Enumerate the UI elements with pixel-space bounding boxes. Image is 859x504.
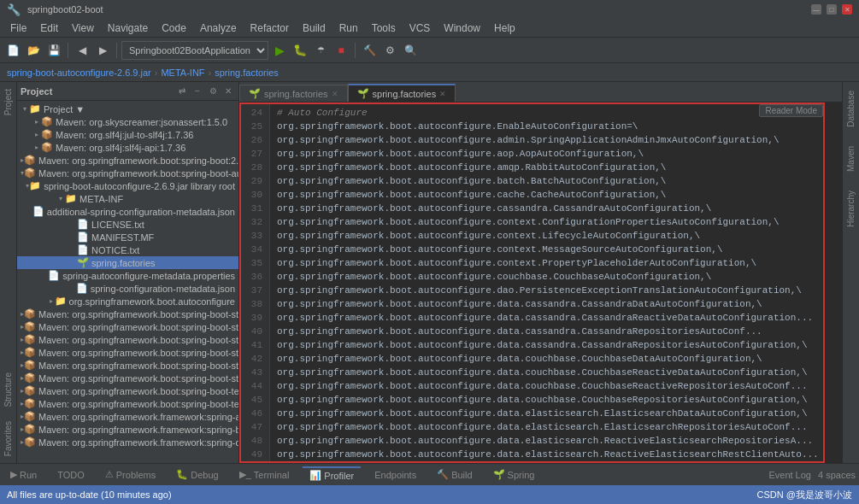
debug-btn[interactable]: 🐛 xyxy=(291,41,309,60)
bottom-profiler-tab[interactable]: 📊 Profiler xyxy=(303,466,361,483)
menu-vcs[interactable]: VCS xyxy=(403,21,438,36)
tree-item[interactable]: 📄 spring-configuration-metadata.json xyxy=(17,282,238,295)
menu-edit[interactable]: Edit xyxy=(33,21,65,36)
run-btn[interactable]: ▶ xyxy=(270,41,289,60)
tree-item[interactable]: ▸ 📦 Maven: org.springframework.boot:spri… xyxy=(17,308,238,320)
editor-tab-1[interactable]: 🌱 spring.factories ✕ xyxy=(239,85,348,102)
tree-item[interactable]: ▸ 📦 Maven: org.springframework.boot:spri… xyxy=(17,320,238,333)
tree-item[interactable]: ▸ 📦 Maven: org.springframework.boot:spri… xyxy=(17,384,238,397)
new-file-btn[interactable]: 📄 xyxy=(3,41,22,60)
tree-item[interactable]: ▾ 📁 spring-boot-autoconfigure-2.6.9.jar … xyxy=(17,179,238,192)
menu-analyze[interactable]: Analyze xyxy=(193,21,244,36)
menu-run[interactable]: Run xyxy=(332,21,365,36)
bottom-build-tab[interactable]: 🔨 Build xyxy=(430,467,479,482)
tab1-close[interactable]: ✕ xyxy=(332,90,338,98)
build-btn[interactable]: 🔨 xyxy=(360,41,379,60)
close-button[interactable]: ✕ xyxy=(842,4,852,15)
menu-navigate[interactable]: Navigate xyxy=(101,21,155,36)
panel-collapse-btn[interactable]: − xyxy=(191,85,204,98)
left-tab-favorites[interactable]: Favorites xyxy=(2,414,15,463)
bottom-todo-tab[interactable]: TODO xyxy=(50,468,91,482)
tree-icon: 📦 xyxy=(24,167,36,179)
bottom-run-tab[interactable]: ▶ Run xyxy=(3,467,44,482)
code-area[interactable]: # Auto Configureorg.springframework.boot… xyxy=(270,103,842,463)
fwd-btn[interactable]: ▶ xyxy=(93,41,112,60)
tree-item[interactable]: 📄 MANIFEST.MF xyxy=(17,231,238,243)
editor-tab-2[interactable]: 🌱 spring.factories ✕ xyxy=(348,84,456,102)
tree-item[interactable]: 📄 LICENSE.txt xyxy=(17,218,238,231)
breadcrumb-meta-inf[interactable]: META-INF xyxy=(161,67,204,78)
tree-item[interactable]: ▸ 📦 Maven: org.springframework.framework… xyxy=(17,423,238,436)
panel-header: Project ⇄ − ⚙ ✕ xyxy=(17,82,238,101)
save-btn[interactable]: 💾 xyxy=(44,41,63,60)
maximize-button[interactable]: □ xyxy=(827,4,837,15)
run-config-combo[interactable]: Springboot02BootApplication xyxy=(121,41,268,60)
stop-btn[interactable]: ■ xyxy=(332,41,350,60)
tree-item[interactable]: 📄 NOTICE.txt xyxy=(17,243,238,256)
bottom-problems-tab[interactable]: ⚠ Problems xyxy=(98,467,162,482)
breadcrumb-file[interactable]: spring.factories xyxy=(215,67,279,78)
line-number: 37 xyxy=(239,284,266,297)
open-btn[interactable]: 📂 xyxy=(24,41,43,60)
left-tab-project[interactable]: Project xyxy=(2,82,15,122)
tree-item[interactable]: ▸ 📦 Maven: org.springframework.boot:spri… xyxy=(17,346,238,359)
line-number: 27 xyxy=(239,147,266,161)
right-tab-maven[interactable]: Maven xyxy=(844,141,857,177)
tree-item[interactable]: 🌱 spring.factories xyxy=(17,256,238,269)
menu-code[interactable]: Code xyxy=(155,21,193,36)
menu-build[interactable]: Build xyxy=(296,21,332,36)
tree-item[interactable]: ▸ 📦 Maven: org.springframework.boot:spri… xyxy=(17,333,238,346)
menu-tools[interactable]: Tools xyxy=(365,21,403,36)
tree-icon: 📦 xyxy=(41,129,53,140)
coverage-btn[interactable]: ☂ xyxy=(311,41,330,60)
tree-item[interactable]: ▸ 📦 Maven: org.slf4j:slf4j-api:1.7.36 xyxy=(17,141,238,154)
panel-settings-btn[interactable]: ⚙ xyxy=(206,85,220,98)
left-tab-structure[interactable]: Structure xyxy=(2,366,15,414)
line-number: 50 xyxy=(239,461,266,463)
tree-item[interactable]: ▾ 📁 META-INF xyxy=(17,192,238,205)
tree-item[interactable]: 📄 additional-spring-configuration-metada… xyxy=(17,205,238,218)
right-tab-hierarchy[interactable]: Hierarchy xyxy=(844,185,857,232)
menu-window[interactable]: Window xyxy=(437,21,487,36)
event-log[interactable]: Event Log xyxy=(768,470,811,480)
code-line: # Auto Configure xyxy=(277,106,835,120)
tree-item[interactable]: ▸ 📦 Maven: org.springframework.framework… xyxy=(17,436,238,448)
bottom-debug-tab[interactable]: 🐛 Debug xyxy=(169,467,225,482)
sep1 xyxy=(68,43,68,58)
tree-item[interactable]: 📄 spring-autoconfigure-metadata.properti… xyxy=(17,269,238,282)
right-tab-database[interactable]: Database xyxy=(844,85,857,132)
code-line: org.springframework.boot.autoconfigure.d… xyxy=(277,352,835,366)
minimize-button[interactable]: — xyxy=(811,4,821,15)
tree-item[interactable]: ▸ 📦 Maven: org.springframework.boot:spri… xyxy=(17,372,238,384)
tree-label: Maven: org.springframework.boot:spring-b… xyxy=(38,360,238,371)
menu-file[interactable]: File xyxy=(3,21,33,36)
settings-btn[interactable]: ⚙ xyxy=(380,41,399,60)
tree-arrow: ▸ xyxy=(32,131,41,138)
menu-view[interactable]: View xyxy=(65,21,101,36)
tree-item[interactable]: ▸ 📦 Maven: org.slf4j:jul-to-slf4j:1.7.36 xyxy=(17,128,238,141)
bottom-endpoints-tab[interactable]: Endpoints xyxy=(368,468,423,482)
code-line: org.springframework.boot.autoconfigure.d… xyxy=(277,366,835,379)
tree-item[interactable]: ▾ 📁 Project ▼ xyxy=(17,103,238,115)
menu-help[interactable]: Help xyxy=(487,21,522,36)
code-line: org.springframework.boot.autoconfigure.c… xyxy=(277,243,835,256)
panel-sync-btn[interactable]: ⇄ xyxy=(175,85,189,98)
tree-item[interactable]: ▸ 📦 Maven: org.springframework.framework… xyxy=(17,410,238,423)
search-btn[interactable]: 🔍 xyxy=(401,41,420,60)
tab2-close[interactable]: ✕ xyxy=(439,90,446,98)
tree-item[interactable]: ▸ 📁 org.springframework.boot.autoconfigu… xyxy=(17,295,238,308)
menu-refactor[interactable]: Refactor xyxy=(244,21,296,36)
back-btn[interactable]: ◀ xyxy=(73,41,91,60)
reader-mode-btn[interactable]: Reader Mode xyxy=(759,104,823,117)
tree-item[interactable]: ▸ 📦 Maven: org.springframework.boot:spri… xyxy=(17,154,238,167)
profiler-icon: 📊 xyxy=(309,470,321,481)
panel-close-btn[interactable]: ✕ xyxy=(221,85,235,98)
bottom-terminal-tab[interactable]: ▶_ Terminal xyxy=(232,467,297,482)
tree-item[interactable]: ▸ 📦 Maven: org.skyscreamer:jsonassert:1.… xyxy=(17,115,238,128)
tree-label: Maven: org.springframework.boot:spring-b… xyxy=(38,155,238,166)
breadcrumb-jar[interactable]: spring-boot-autoconfigure-2.6.9.jar xyxy=(7,67,151,78)
bottom-spring-tab[interactable]: 🌱 Spring xyxy=(486,467,542,482)
tree-item[interactable]: ▸ 📦 Maven: org.springframework.boot:spri… xyxy=(17,359,238,372)
tree-item[interactable]: ▸ 📦 Maven: org.springframework.boot:spri… xyxy=(17,397,238,410)
tree-item[interactable]: ▾ 📦 Maven: org.springframework.boot:spri… xyxy=(17,167,238,179)
